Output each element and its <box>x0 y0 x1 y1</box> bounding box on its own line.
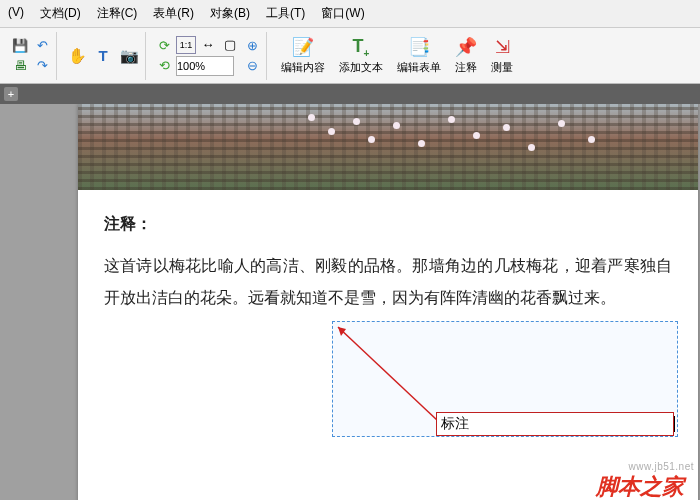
body-text: 这首诗以梅花比喻人的高洁、刚毅的品格。那墙角边的几枝梅花，迎着严寒独自开放出洁白… <box>104 250 672 314</box>
add-text-label: 添加文本 <box>339 60 383 75</box>
fit-actual-icon[interactable]: 1:1 <box>176 36 196 54</box>
edit-form-icon: 📑 <box>408 36 430 58</box>
edit-content-button[interactable]: 📝 编辑内容 <box>275 34 331 77</box>
add-tab-button[interactable]: + <box>4 87 18 101</box>
annotation-text-input[interactable]: 标注 <box>436 412 674 436</box>
heading: 注释： <box>104 208 672 240</box>
site-stamp: 脚本之家 <box>596 472 684 500</box>
print-icon[interactable]: 🖶 <box>10 57 30 75</box>
undo-icon[interactable]: ↶ <box>32 37 52 55</box>
fit-page-icon[interactable]: ▢ <box>220 36 240 54</box>
menu-object[interactable]: 对象(B) <box>202 2 258 25</box>
zoom-input[interactable] <box>176 56 234 76</box>
add-text-icon: T+ <box>353 36 370 59</box>
edit-content-label: 编辑内容 <box>281 60 325 75</box>
measure-button[interactable]: ⇲ 测量 <box>485 34 519 77</box>
watermark: www.jb51.net <box>629 461 694 472</box>
save-icon[interactable]: 💾 <box>10 37 30 55</box>
menu-form[interactable]: 表单(R) <box>145 2 202 25</box>
menu-view[interactable]: (V) <box>0 2 32 25</box>
zoom-out-icon[interactable]: ⊖ <box>242 57 262 75</box>
svg-line-0 <box>338 327 438 421</box>
edit-form-label: 编辑表单 <box>397 60 441 75</box>
add-text-button[interactable]: T+ 添加文本 <box>333 34 389 78</box>
content: 注释： 这首诗以梅花比喻人的高洁、刚毅的品格。那墙角边的几枝梅花，迎着严寒独自开… <box>78 190 698 314</box>
hand-tool-icon[interactable]: ✋ <box>65 44 89 68</box>
annotations-button[interactable]: 📌 注释 <box>449 34 483 77</box>
callout-arrow <box>332 321 452 431</box>
menu-window[interactable]: 窗口(W) <box>313 2 372 25</box>
svg-marker-1 <box>338 327 346 336</box>
measure-label: 测量 <box>491 60 513 75</box>
edit-form-button[interactable]: 📑 编辑表单 <box>391 34 447 77</box>
annotations-icon: 📌 <box>455 36 477 58</box>
tool-group-select: ✋ T 📷 <box>61 32 146 80</box>
snapshot-icon[interactable]: 📷 <box>117 44 141 68</box>
tool-group-zoom: ⟳ ⟲ 1:1 ↔ ▢ ⊕ ⊖ <box>150 32 267 80</box>
page: 注释： 这首诗以梅花比喻人的高洁、刚毅的品格。那墙角边的几枝梅花，迎着严寒独自开… <box>78 104 698 500</box>
annotations-label: 注释 <box>455 60 477 75</box>
menu-comment[interactable]: 注释(C) <box>89 2 146 25</box>
text-select-icon[interactable]: T <box>91 44 115 68</box>
document-area[interactable]: 注释： 这首诗以梅花比喻人的高洁、刚毅的品格。那墙角边的几枝梅花，迎着严寒独自开… <box>0 104 700 500</box>
menu-bar: (V) 文档(D) 注释(C) 表单(R) 对象(B) 工具(T) 窗口(W) <box>0 0 700 28</box>
zoom-in-icon[interactable]: ⊕ <box>242 37 262 55</box>
menu-document[interactable]: 文档(D) <box>32 2 89 25</box>
fit-width-icon[interactable]: ↔ <box>198 36 218 54</box>
toolbar: 💾 🖶 ↶ ↷ ✋ T 📷 ⟳ ⟲ 1:1 ↔ ▢ ⊕ ⊖ <box>0 28 700 84</box>
rotate-ccw-icon[interactable]: ⟲ <box>154 57 174 75</box>
menu-tool[interactable]: 工具(T) <box>258 2 313 25</box>
measure-icon: ⇲ <box>495 36 510 58</box>
redo-icon[interactable]: ↷ <box>32 57 52 75</box>
tab-strip: + <box>0 84 700 104</box>
edit-content-icon: 📝 <box>292 36 314 58</box>
tool-group-file: 💾 🖶 ↶ ↷ <box>6 32 57 80</box>
annotation-text-value: 标注 <box>441 415 469 431</box>
rotate-cw-icon[interactable]: ⟳ <box>154 37 174 55</box>
tool-group-edit: 📝 编辑内容 T+ 添加文本 📑 编辑表单 📌 注释 ⇲ 测量 <box>271 32 523 80</box>
header-image <box>78 104 698 190</box>
